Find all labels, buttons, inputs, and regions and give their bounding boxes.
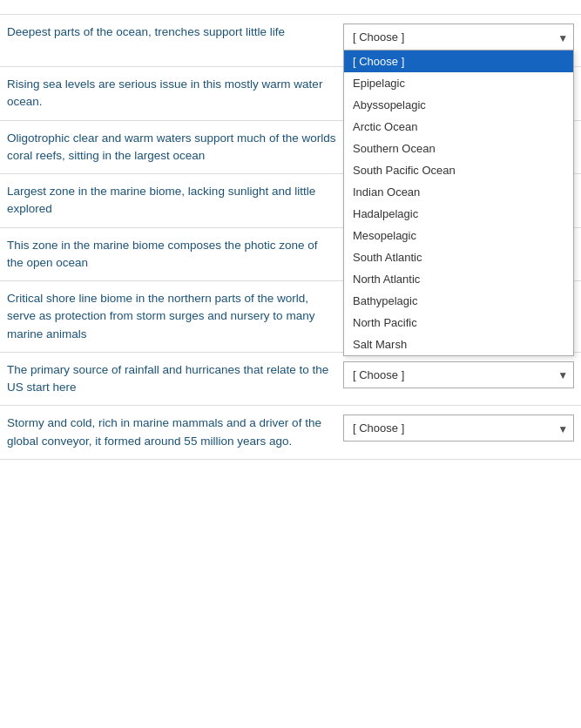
dropdown-item[interactable]: [ Choose ] [344, 51, 573, 72]
question-text: This zone in the marine biome composes t… [7, 237, 343, 273]
dropdown-wrapper: [ Choose ]▾ [343, 415, 574, 442]
dropdown-item[interactable]: South Pacific Ocean [344, 159, 573, 181]
question-text: Stormy and cold, rich in marine mammals … [7, 415, 343, 450]
question-text: Oligotrophic clear and warm waters suppo… [7, 130, 343, 165]
dropdown-item[interactable]: Salt Marsh [344, 334, 573, 355]
dropdown-item[interactable]: Hadalpelagic [344, 203, 573, 225]
dropdown-button[interactable]: [ Choose ]▾ [343, 24, 574, 50]
dropdown-item[interactable]: South Atlantic [344, 246, 573, 268]
question-text: Deepest parts of the ocean, trenches sup… [7, 24, 343, 41]
dropdown-item[interactable]: North Pacific [344, 312, 573, 334]
dropdown-wrapper: [ Choose ]▾ [343, 361, 574, 388]
dropdown-item[interactable]: Southern Ocean [344, 138, 573, 159]
dropdown-item[interactable]: Arctic Ocean [344, 116, 573, 138]
dropdown-wrapper: [ Choose ]▾[ Choose ]EpipelagicAbyssopel… [343, 24, 574, 50]
question-row: The primary source of rainfall and hurri… [0, 353, 581, 407]
question-text: Largest zone in the marine biome, lackin… [7, 183, 343, 219]
dropdown-item[interactable]: Abyssopelagic [344, 94, 573, 116]
question-text: The primary source of rainfall and hurri… [7, 361, 343, 397]
question-text: Critical shore line biome in the norther… [7, 290, 343, 343]
chevron-down-icon: ▾ [560, 30, 566, 44]
dropdown-item[interactable]: North Atlantic [344, 268, 573, 290]
chevron-down-icon: ▾ [560, 368, 566, 381]
dropdown-item[interactable]: Bathypelagic [344, 290, 573, 312]
question-row: Stormy and cold, rich in marine mammals … [0, 406, 581, 460]
dropdown-item[interactable]: Epipelagic [344, 72, 573, 94]
dropdown-item[interactable]: Indian Ocean [344, 181, 573, 203]
question-text: Rising sea levels are serious issue in t… [7, 76, 343, 111]
question-row: Deepest parts of the ocean, trenches sup… [0, 15, 581, 67]
dropdown-button[interactable]: [ Choose ]▾ [343, 415, 574, 442]
dropdown-button[interactable]: [ Choose ]▾ [343, 361, 574, 388]
intro-text [0, 0, 581, 15]
dropdown-item[interactable]: Mesopelagic [344, 225, 573, 246]
dropdown-list: [ Choose ]EpipelagicAbyssopelagicArctic … [343, 50, 574, 356]
chevron-down-icon: ▾ [560, 421, 566, 435]
